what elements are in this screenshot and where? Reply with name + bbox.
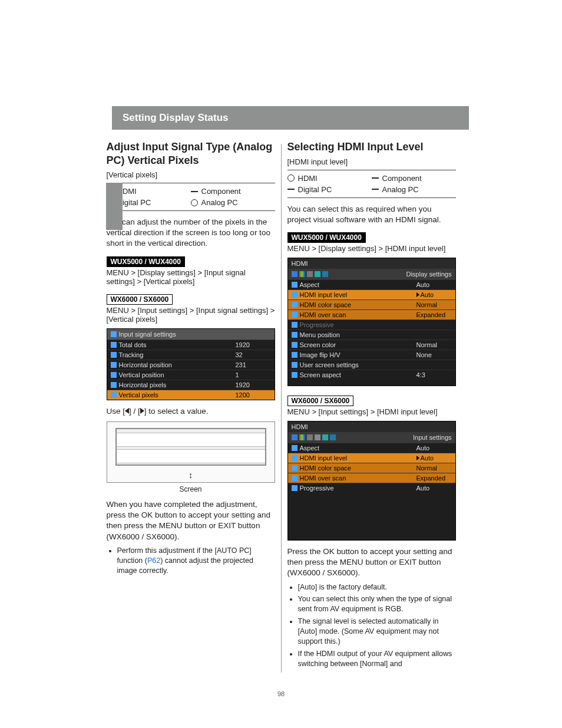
row-icon (292, 312, 297, 318)
menu-path-2: MENU > [Input settings] > [Input signal … (107, 306, 275, 324)
list-item: You can select this only when the type o… (298, 594, 456, 614)
model-badge-wux: WUX5000 / WUX4000 (107, 256, 185, 267)
osd-row: Horizontal position231 (107, 360, 275, 370)
row-icon (111, 382, 117, 388)
osd-rows: Total dots1920Tracking32Horizontal posit… (107, 340, 275, 400)
row-icon (292, 332, 297, 338)
row-value: Expanded (416, 475, 452, 482)
osd-tab-label: HDMI (292, 423, 308, 430)
osd-row: Screen colorNormal (288, 340, 455, 350)
row-key: Vertical position (119, 371, 164, 378)
row-key: HDMI color space (300, 301, 351, 308)
row-value: 1920 (236, 381, 271, 388)
row-value: 1920 (236, 341, 271, 348)
row-value (416, 321, 452, 328)
left-bullets: Perform this adjustment if the [AUTO PC]… (107, 546, 275, 576)
osd-row: Tracking32 (107, 350, 275, 360)
row-value: Auto (416, 485, 452, 492)
tab-icon (299, 434, 305, 440)
osd-row: Screen aspect4:3 (288, 370, 455, 380)
row-key: Vertical pixels (119, 391, 158, 398)
model-badge-wx: WX6000 / SX6000 (107, 294, 173, 305)
compat-hdmi: HDMI (298, 174, 318, 183)
osd-title: Input signal settings (119, 331, 176, 338)
row-icon (292, 352, 297, 358)
row-icon (292, 445, 297, 451)
left-column: Adjust Input Signal Type (Analog PC) Ver… (101, 136, 281, 673)
right-bullets: [Auto] is the factory default. You can s… (287, 582, 456, 669)
osd-display-settings: HDMI Display settings AspectAutoHDMI inp… (287, 258, 456, 386)
updown-arrow-icon: ↕ (189, 470, 193, 480)
osd-row: AspectAuto (288, 279, 455, 289)
left-heading: Adjust Input Signal Type (Analog PC) Ver… (107, 140, 275, 167)
osd-row: HDMI color spaceNormal (288, 463, 455, 473)
row-key: Image flip H/V (300, 351, 340, 358)
row-key: Horizontal position (119, 361, 173, 368)
osd-row: ProgressiveAuto (288, 483, 455, 493)
row-key: HDMI over scan (300, 311, 346, 318)
menu-path-1: MENU > [Display settings] > [Input signa… (107, 268, 275, 286)
row-key: Progressive (300, 321, 334, 328)
menu-path-1: MENU > [Display settings] > [HDMI input … (287, 244, 456, 253)
right-heading: Selecting HDMI Input Level (287, 140, 456, 154)
dash-icon (372, 177, 379, 179)
row-key: Progressive (300, 485, 334, 492)
dash-icon (287, 189, 295, 190)
use-arrows: Use [] / [] to select a value. (107, 406, 275, 417)
page-link[interactable]: P62 (147, 556, 160, 565)
left-compat-table: HDMI Component Digital PC Analog PC (107, 183, 275, 211)
row-icon (292, 362, 297, 368)
right-after: Press the OK button to accept your setti… (287, 546, 456, 579)
osd-row: Image flip H/VNone (288, 350, 455, 360)
tab-icon (322, 434, 328, 440)
row-icon (111, 362, 117, 368)
row-value: None (416, 351, 452, 358)
row-value (416, 331, 452, 338)
dash-icon (191, 191, 198, 192)
row-icon (292, 292, 297, 298)
compat-component: Component (201, 187, 241, 196)
right-arrow-icon (140, 408, 144, 414)
osd-rows: AspectAutoHDMI input levelAutoHDMI color… (288, 279, 455, 380)
osd-row: HDMI input levelAuto (288, 289, 455, 299)
compat-analogpc: Analog PC (382, 185, 419, 194)
osd-row: Vertical position1 (107, 370, 275, 380)
row-value: Expanded (416, 311, 452, 318)
row-key: HDMI input level (300, 291, 348, 298)
row-key: Menu position (300, 331, 340, 338)
osd-input-settings: HDMI Input settings AspectAutoHDMI input… (287, 421, 456, 541)
right-subhead: [HDMI input level] (287, 157, 456, 166)
list-item: The signal level is selected automatical… (298, 617, 456, 647)
row-icon (111, 372, 117, 378)
row-key: Total dots (119, 341, 147, 348)
row-key: Aspect (300, 444, 320, 452)
row-key: User screen settings (300, 361, 359, 368)
tab-icon (292, 271, 297, 277)
row-icon (111, 352, 117, 358)
left-intro: You can adjust the number of the pixels … (107, 217, 275, 249)
left-arrow-icon (125, 408, 129, 414)
osd-tab-label: HDMI (292, 260, 308, 267)
row-key: Screen color (300, 341, 336, 348)
row-key: Screen aspect (300, 371, 341, 378)
row-value: 1 (236, 371, 271, 378)
screen-diagram: ↕ (107, 421, 275, 483)
compat-digitalpc: Digital PC (298, 185, 332, 194)
osd-row: Horizontal pixels1920 (107, 380, 275, 390)
osd-row: Total dots1920 (107, 340, 275, 350)
row-key: Aspect (300, 281, 320, 288)
tab-icon (322, 271, 328, 277)
tab-icon (315, 434, 320, 440)
left-after: When you have completed the adjustment, … (107, 499, 275, 542)
tab-icon (292, 434, 297, 440)
left-subhead: [Vertical pixels] (107, 170, 275, 179)
osd-row: Menu position (288, 330, 455, 340)
osd-input-signal: Input signal settings Total dots1920Trac… (107, 328, 275, 400)
model-badge-wux: WUX5000 / WUX4000 (287, 232, 366, 243)
row-key: Tracking (119, 351, 144, 358)
row-key: Horizontal pixels (119, 381, 167, 388)
row-key: HDMI color space (300, 465, 351, 472)
row-value: Normal (416, 301, 452, 308)
row-icon (292, 282, 297, 288)
osd-row: HDMI over scanExpanded (288, 473, 455, 483)
